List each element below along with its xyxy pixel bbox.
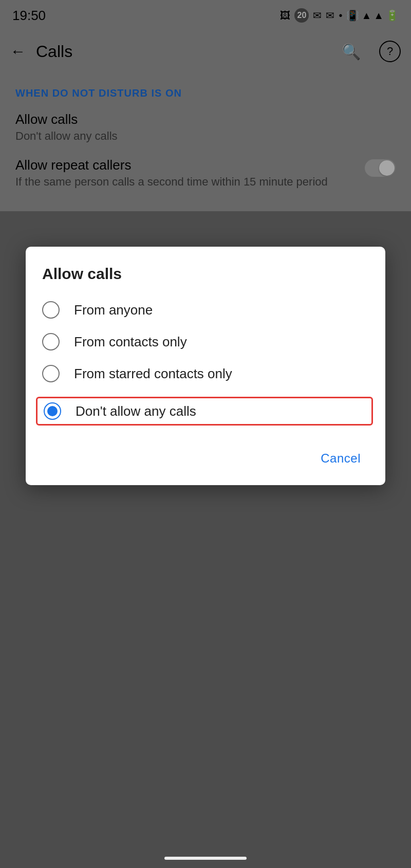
option-from-starred-contacts[interactable]: From starred contacts only [42, 365, 369, 382]
radio-inner-dot [47, 406, 58, 416]
allow-calls-dialog: Allow calls From anyone From contacts on… [26, 247, 385, 485]
option-from-contacts-only-label: From contacts only [74, 334, 187, 350]
dialog-title: Allow calls [42, 265, 369, 283]
option-dont-allow-calls[interactable]: Don't allow any calls [36, 397, 373, 426]
option-from-anyone-label: From anyone [74, 302, 153, 318]
dialog-actions: Cancel [42, 440, 369, 471]
radio-from-anyone[interactable] [42, 301, 60, 319]
option-dont-allow-calls-label: Don't allow any calls [76, 403, 196, 419]
option-from-contacts-only[interactable]: From contacts only [42, 333, 369, 350]
radio-from-starred-contacts[interactable] [42, 365, 60, 382]
option-from-starred-contacts-label: From starred contacts only [74, 366, 232, 382]
cancel-button[interactable]: Cancel [312, 446, 369, 471]
radio-dont-allow-calls[interactable] [44, 402, 61, 420]
home-indicator [164, 857, 247, 860]
option-from-anyone[interactable]: From anyone [42, 301, 369, 319]
radio-from-contacts-only[interactable] [42, 333, 60, 350]
